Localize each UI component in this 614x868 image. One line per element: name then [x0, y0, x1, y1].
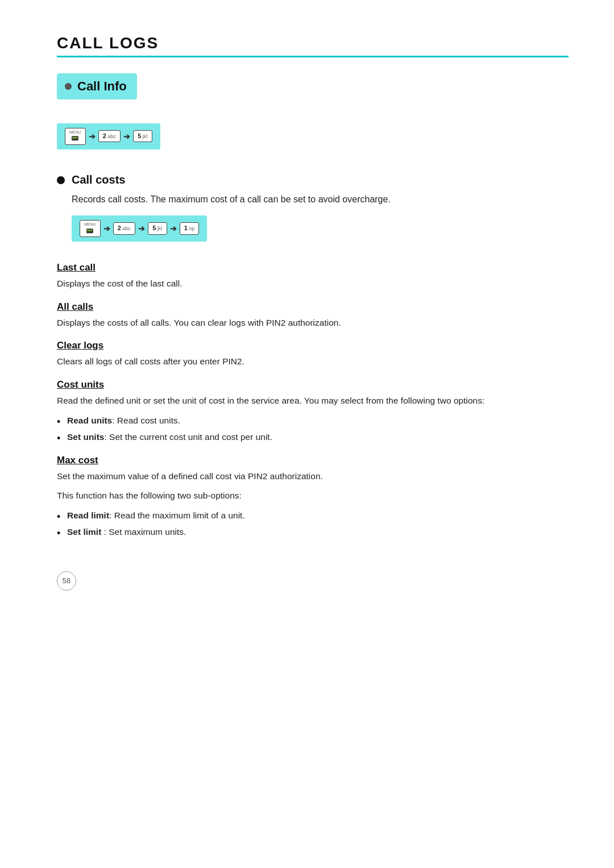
- max-cost-bullets: Read limit: Read the maximum limit of a …: [57, 509, 569, 539]
- nav-key-2abc: 2 abc: [98, 130, 121, 142]
- nav-arrow-5: ➔: [170, 222, 177, 235]
- cost-units-body: Read the defined unit or set the unit of…: [57, 394, 569, 408]
- cost-units-bullets: Read units: Read cost units. Set units: …: [57, 414, 569, 445]
- call-costs-description: Records call costs. The maximum cost of …: [72, 192, 569, 250]
- max-cost-body: Set the maximum value of a defined call …: [57, 470, 569, 484]
- cost-units-subsection: Cost units Read the defined unit or set …: [57, 379, 569, 444]
- nav-arrow-2: ➔: [123, 132, 130, 141]
- all-calls-body: Displays the costs of all calls. You can…: [57, 316, 569, 330]
- call-costs-section-header: Call costs: [57, 173, 569, 186]
- call-info-label: Call Info: [77, 79, 127, 94]
- cost-units-bullet-1: Read units: Read cost units.: [57, 414, 569, 428]
- call-costs-nav-sequence: MENU 📟 ➔ 2 abc ➔ 5 jkl ➔ 1 op: [72, 215, 207, 242]
- page-number: 58: [57, 571, 76, 591]
- clear-logs-body: Clears all logs of call costs after you …: [57, 355, 569, 369]
- max-cost-heading: Max cost: [57, 455, 569, 466]
- nav-arrow-4: ➔: [138, 222, 145, 235]
- nav-key-2abc-2: 2 abc: [113, 222, 135, 234]
- clear-logs-heading: Clear logs: [57, 340, 569, 351]
- nav-arrow-1: ➔: [89, 132, 96, 141]
- page-title: CALL LOGS: [57, 34, 569, 52]
- nav-key-menu-2: MENU 📟: [80, 220, 101, 237]
- nav-key-menu: MENU 📟: [65, 128, 86, 145]
- max-cost-subsection: Max cost Set the maximum value of a defi…: [57, 455, 569, 539]
- last-call-subsection: Last call Displays the cost of the last …: [57, 262, 569, 291]
- all-calls-subsection: All calls Displays the costs of all call…: [57, 301, 569, 330]
- clear-logs-subsection: Clear logs Clears all logs of call costs…: [57, 340, 569, 369]
- title-divider: [57, 56, 569, 57]
- nav-key-1op: 1 op: [180, 222, 200, 234]
- call-info-nav-sequence: MENU 📟 ➔ 2 abc ➔ 5 jkl: [57, 123, 160, 149]
- call-info-header: Call Info: [57, 73, 137, 99]
- max-cost-bullet-2: Set limit : Set maximum units.: [57, 525, 569, 539]
- max-cost-bullet-1: Read limit: Read the maximum limit of a …: [57, 509, 569, 523]
- nav-key-5jkl: 5 jkl: [133, 130, 152, 142]
- max-cost-body2: This function has the following two sub-…: [57, 489, 569, 503]
- call-costs-dot: [57, 176, 65, 184]
- nav-arrow-3: ➔: [103, 222, 110, 235]
- call-info-dot: [65, 83, 72, 90]
- last-call-heading: Last call: [57, 262, 569, 273]
- all-calls-heading: All calls: [57, 301, 569, 313]
- call-costs-desc-text: Records call costs. The maximum cost of …: [72, 192, 569, 207]
- nav-key-5jkl-2: 5 jkl: [148, 222, 167, 234]
- last-call-body: Displays the cost of the last call.: [57, 277, 569, 291]
- cost-units-heading: Cost units: [57, 379, 569, 391]
- call-costs-heading: Call costs: [72, 173, 125, 186]
- cost-units-bullet-2: Set units: Set the current cost unit and…: [57, 430, 569, 445]
